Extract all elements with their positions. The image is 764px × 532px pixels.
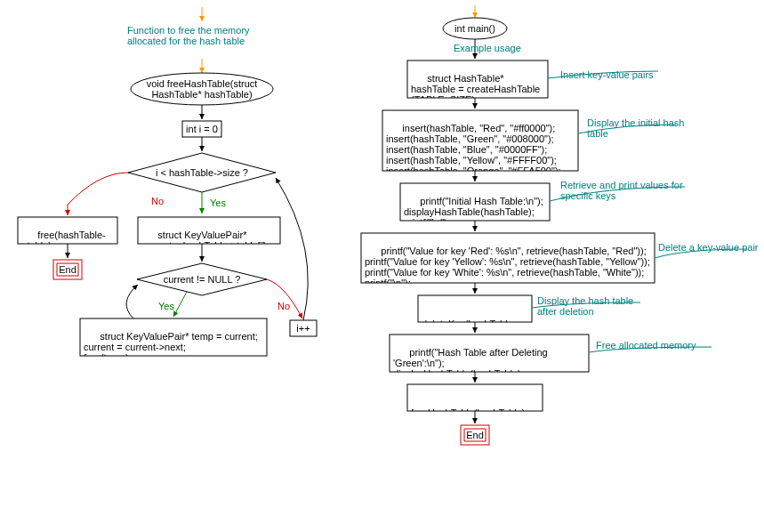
block-insert-label: insert(hashTable, "Red", "#ff0000"); ins… bbox=[386, 123, 561, 171]
init-i-label: int i = 0 bbox=[186, 124, 218, 134]
svg-text:End: End bbox=[59, 264, 76, 275]
cond-size-label: i < hashTable->size ? bbox=[156, 167, 248, 178]
comment-delete: Delete a key-value pair bbox=[658, 242, 759, 253]
end-left-1: End bbox=[53, 260, 82, 279]
inc-i-label: i++ bbox=[296, 323, 310, 334]
comment-free-func: Function to free the memory allocated fo… bbox=[127, 25, 253, 46]
block-delete-label: deleteKey(hashTable, "Green"); bbox=[422, 318, 519, 322]
comment-insert: Insert key-value pairs bbox=[560, 69, 654, 80]
svg-text:End: End bbox=[466, 430, 484, 440]
free-block-label: free(hashTable->table); free(hashTable); bbox=[21, 230, 106, 244]
block-create-label: struct HashTable* hashTable = createHash… bbox=[411, 73, 543, 98]
yes-label-2: Yes bbox=[158, 301, 174, 311]
comment-free: Free allocated memory bbox=[596, 340, 696, 351]
cond-null-label: current != NULL ? bbox=[164, 274, 241, 285]
flowchart-canvas: Function to free the memory allocated fo… bbox=[0, 0, 764, 532]
no-label-1: No bbox=[151, 196, 164, 206]
block-print2-label: printf("Hash Table after Deleting 'Green… bbox=[393, 347, 551, 372]
block-free-label: freeHashTable(hashTable); return 0; bbox=[411, 407, 527, 411]
start-free-label: void freeHashTable(struct HashTable* has… bbox=[147, 78, 258, 100]
start-main-label: int main() bbox=[454, 23, 495, 34]
end-right: End bbox=[461, 425, 489, 445]
yes-label-1: Yes bbox=[210, 197, 226, 208]
no-label-2: No bbox=[277, 301, 290, 311]
block-print1-label: printf("Initial Hash Table:\n"); display… bbox=[404, 196, 543, 221]
comment-display1: Display the initial hash table bbox=[587, 117, 684, 139]
comment-usage: Example usage bbox=[454, 43, 521, 53]
assign-current-label: struct KeyValuePair* current = hashTable… bbox=[141, 230, 268, 244]
block-retrieve-label: printf("Value for key 'Red': %s\n", retr… bbox=[365, 246, 650, 283]
body-temp-label: struct KeyValuePair* temp = current; cur… bbox=[84, 331, 258, 356]
comment-retrieve: Retrieve and print values for specific k… bbox=[560, 180, 683, 201]
comment-display2: Display the hash table after deletion bbox=[537, 295, 633, 317]
